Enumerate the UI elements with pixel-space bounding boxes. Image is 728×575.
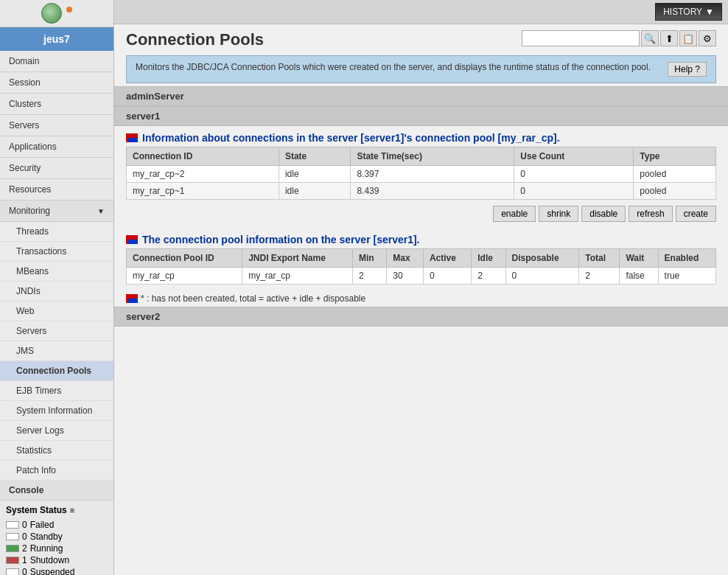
cell-pool-id: my_rar_cp bbox=[127, 268, 242, 285]
svg-rect-1 bbox=[128, 133, 138, 138]
svg-rect-5 bbox=[128, 240, 138, 244]
logo-wrapper bbox=[41, 3, 62, 24]
toolbar-btn-3[interactable]: ⚙ bbox=[699, 30, 716, 46]
refresh-button[interactable]: refresh bbox=[629, 206, 672, 222]
col-connection-id: Connection ID bbox=[127, 147, 279, 166]
help-button[interactable]: Help ? bbox=[668, 62, 707, 77]
cell-active: 0 bbox=[423, 268, 471, 285]
cell-wait: false bbox=[620, 268, 658, 285]
cell-min: 2 bbox=[352, 268, 386, 285]
enable-button[interactable]: enable bbox=[493, 206, 536, 222]
flag-icon-2 bbox=[126, 235, 138, 244]
sidebar-item-jndis[interactable]: JNDIs bbox=[0, 282, 113, 302]
cell-use-count-2: 0 bbox=[514, 183, 634, 200]
sidebar-item-transactions[interactable]: Transactions bbox=[0, 242, 113, 262]
search-input[interactable] bbox=[522, 30, 640, 46]
svg-rect-6 bbox=[126, 294, 128, 303]
status-row-failed: 0 Failed bbox=[6, 520, 108, 530]
cell-state-time-1: 8.397 bbox=[351, 166, 514, 183]
status-row-shutdown: 1 Shutdown bbox=[6, 555, 108, 565]
sidebar-item-domain[interactable]: Domain bbox=[0, 51, 113, 72]
cell-jndi-name: my_rar_cp bbox=[242, 268, 353, 285]
cell-state-time-2: 8.439 bbox=[351, 183, 514, 200]
col-pool-id: Connection Pool ID bbox=[127, 249, 242, 268]
col-disposable: Disposable bbox=[505, 249, 579, 268]
svg-rect-7 bbox=[128, 294, 138, 299]
table-row: my_rar_cp my_rar_cp 2 30 0 2 0 2 false t… bbox=[127, 268, 716, 285]
page-header: Connection Pools 🔍 ⬆ 📋 ⚙ bbox=[114, 24, 728, 52]
sidebar-item-applications[interactable]: Applications bbox=[0, 136, 113, 158]
flag-icon-1 bbox=[126, 133, 138, 142]
system-status-toggle[interactable]: ≡ bbox=[70, 506, 74, 515]
suspended-indicator bbox=[6, 568, 19, 575]
col-total: Total bbox=[579, 249, 620, 268]
col-max: Max bbox=[387, 249, 424, 268]
col-active: Active bbox=[423, 249, 471, 268]
search-bar: 🔍 ⬆ 📋 ⚙ bbox=[522, 30, 716, 46]
pool-info-table: Connection Pool ID JNDI Export Name Min … bbox=[126, 248, 716, 285]
cell-idle: 2 bbox=[472, 268, 505, 285]
col-wait: Wait bbox=[620, 249, 658, 268]
sidebar-logo bbox=[0, 0, 113, 27]
connection-info-header: Information about connections in the ser… bbox=[114, 126, 728, 147]
sidebar-item-session[interactable]: Session bbox=[0, 72, 113, 94]
cell-total: 2 bbox=[579, 268, 620, 285]
top-bar: HISTORY ▼ bbox=[114, 0, 728, 24]
cell-state-1: idle bbox=[279, 166, 351, 183]
standby-indicator bbox=[6, 533, 19, 540]
col-idle: Idle bbox=[472, 249, 505, 268]
sidebar-item-security[interactable]: Security bbox=[0, 158, 113, 179]
table-row: my_rar_cp~1 idle 8.439 0 pooled bbox=[127, 183, 716, 200]
svg-rect-2 bbox=[128, 138, 138, 142]
svg-rect-8 bbox=[128, 299, 138, 303]
history-button[interactable]: HISTORY ▼ bbox=[655, 3, 722, 21]
server-row-server2: server2 bbox=[114, 307, 728, 327]
shrink-button[interactable]: shrink bbox=[539, 206, 578, 222]
status-row-running: 2 Running bbox=[6, 543, 108, 554]
server-row-server1: server1 bbox=[114, 106, 728, 126]
sidebar-item-servers[interactable]: Servers bbox=[0, 115, 113, 136]
sidebar-item-web[interactable]: Web bbox=[0, 302, 113, 321]
table-row: my_rar_cp~2 idle 8.397 0 pooled bbox=[127, 166, 716, 183]
pool-info-table-container: Connection Pool ID JNDI Export Name Min … bbox=[126, 248, 716, 285]
toolbar-btn-1[interactable]: ⬆ bbox=[660, 30, 678, 46]
cell-type-2: pooled bbox=[634, 183, 716, 200]
cell-conn-id-2: my_rar_cp~1 bbox=[127, 183, 279, 200]
toolbar-btn-2[interactable]: 📋 bbox=[679, 30, 697, 46]
col-type: Type bbox=[634, 147, 716, 166]
status-row-standby: 0 Standby bbox=[6, 532, 108, 542]
monitoring-chevron: ▼ bbox=[97, 207, 105, 215]
disable-button[interactable]: disable bbox=[581, 206, 626, 222]
page-title: Connection Pools bbox=[126, 30, 264, 49]
cell-type-1: pooled bbox=[634, 166, 716, 183]
col-min: Min bbox=[352, 249, 386, 268]
sidebar-item-statistics[interactable]: Statistics bbox=[0, 441, 113, 461]
sidebar-monitoring-header[interactable]: Monitoring ▼ bbox=[0, 201, 113, 222]
sidebar-item-mbeans[interactable]: MBeans bbox=[0, 262, 113, 282]
sidebar-item-ejb-timers[interactable]: EJB Timers bbox=[0, 381, 113, 401]
system-status-section: System Status ≡ 0 Failed 0 Standby 2 Run… bbox=[0, 501, 113, 575]
action-buttons-group: enable shrink disable refresh create bbox=[126, 206, 716, 222]
main-content: HISTORY ▼ Connection Pools 🔍 ⬆ 📋 ⚙ Monit… bbox=[114, 0, 728, 575]
failed-indicator bbox=[6, 521, 19, 529]
content-area: Connection Pools 🔍 ⬆ 📋 ⚙ Monitors the JD… bbox=[114, 24, 728, 575]
sidebar-item-clusters[interactable]: Clusters bbox=[0, 94, 113, 115]
sidebar-item-jms[interactable]: JMS bbox=[0, 341, 113, 361]
connection-info-table-container: Connection ID State State Time(sec) Use … bbox=[126, 147, 716, 200]
status-row-suspended: 0 Suspended bbox=[6, 567, 108, 575]
sidebar-item-threads[interactable]: Threads bbox=[0, 222, 113, 242]
create-button[interactable]: create bbox=[676, 206, 716, 222]
sidebar-item-connection-pools[interactable]: Connection Pools bbox=[0, 361, 113, 381]
cell-state-2: idle bbox=[279, 183, 351, 200]
sidebar-item-resources[interactable]: Resources bbox=[0, 179, 113, 201]
col-jndi-name: JNDI Export Name bbox=[242, 249, 353, 268]
sidebar-item-patch-info[interactable]: Patch Info bbox=[0, 461, 113, 481]
sidebar-server-title[interactable]: jeus7 bbox=[0, 27, 113, 51]
search-button[interactable]: 🔍 bbox=[641, 30, 659, 46]
sidebar-item-servers-mon[interactable]: Servers bbox=[0, 321, 113, 341]
svg-rect-4 bbox=[128, 235, 138, 240]
sidebar-item-system-information[interactable]: System Information bbox=[0, 401, 113, 421]
col-state: State bbox=[279, 147, 351, 166]
col-state-time: State Time(sec) bbox=[351, 147, 514, 166]
sidebar-item-server-logs[interactable]: Server Logs bbox=[0, 421, 113, 441]
